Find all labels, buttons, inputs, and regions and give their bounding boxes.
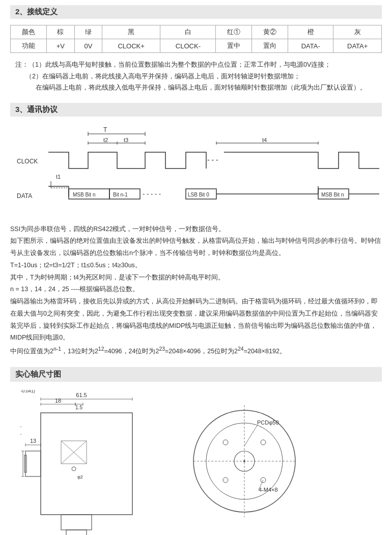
proto-line-4: 其中，T为时钟周期；t4为死区时间，是读下一个数据的时钟高电平时间。: [10, 272, 382, 284]
val-zhizhong: 置中: [216, 39, 252, 53]
svg-text:φ2: φ2: [77, 474, 83, 480]
timing-diagram: CLOCK DATA T t2 t3 t4 t1 - - -: [13, 123, 379, 218]
val-clock-plus: CLOCK+: [102, 39, 160, 53]
svg-text:4-M4×8: 4-M4×8: [259, 487, 278, 493]
note-1: 注：（1）此线与高电平短时接触，当前位置数据输出为整个数据的中点位置；正常工作时…: [15, 59, 382, 71]
svg-point-64: [261, 440, 266, 445]
svg-rect-43: [61, 515, 92, 530]
section2-header: 2、接线定义: [10, 5, 382, 19]
section2-title: 2、接线定义: [15, 7, 58, 17]
svg-text:- - - - -: - - - - -: [143, 190, 161, 198]
proto-line-1: SSI为同步串联信号，四线的RS422模式，一对时钟信号，一对数据信号。: [10, 223, 382, 236]
section3-header: 3、通讯协议: [10, 103, 382, 117]
row-label-func: 功能: [11, 39, 47, 53]
col-white: 白: [160, 25, 216, 39]
svg-text:MSB Bit n: MSB Bit n: [73, 192, 95, 198]
svg-text:1.5: 1.5: [75, 405, 82, 410]
val-zhixiang: 置向: [252, 39, 288, 53]
svg-rect-44: [66, 530, 87, 535]
table-function-row: 功能 +V 0V CLOCK+ CLOCK- 置中 置向 DATA- DATA+: [11, 39, 382, 53]
svg-line-70: [244, 426, 257, 446]
table-header-row: 颜色 棕 绿 黑 白 红① 黄② 橙 灰: [11, 25, 382, 39]
svg-rect-41: [25, 451, 41, 476]
svg-text:LSB Bit 0: LSB Bit 0: [188, 192, 209, 198]
data-label: DATA: [17, 192, 32, 200]
note-2: （2）在编码器上电前，将此线接入高电平并保持，编码器上电后，面对转轴逆时针数据增…: [15, 71, 382, 82]
wiring-table: 颜色 棕 绿 黑 白 红① 黄② 橙 灰 功能 +V 0V CLOCK+ CLO…: [10, 25, 382, 53]
proto-line-5: n = 13，14，24，25 ----根据编码器总位数。: [10, 284, 382, 296]
svg-text:t4: t4: [262, 137, 267, 143]
svg-text:t3: t3: [124, 137, 128, 143]
svg-text:φ30(-0.02: φ30(-0.02: [20, 416, 21, 436]
shaft-title: 实心轴尺寸图: [10, 367, 382, 382]
val-vplus: +V: [46, 39, 74, 53]
proto-line-7: 中间位置值为2n-1，13位时为212=4096，24位时为223=2048×4…: [10, 344, 382, 358]
section3-title: 3、通讯协议: [15, 105, 58, 115]
svg-point-57: [72, 467, 76, 471]
shaft-diagrams: 61.5 18 1.5: [10, 390, 382, 535]
svg-text:~-0.041): ~-0.041): [20, 390, 35, 393]
proto-line-6: 编码器输出为格雷环码，接收后先以异或的方式，从高位开始解码为二进制码。由于格雷码…: [10, 296, 382, 344]
clock-label: CLOCK: [17, 158, 38, 165]
note-3: 在编码器上电前，将此线接入低电平并保持，编码器上电后，面对转轴顺时针数据增加（此…: [15, 82, 382, 94]
protocol-text-block: SSI为同步串联信号，四线的RS422模式，一对时钟信号，一对数据信号。 如下图…: [10, 223, 382, 358]
col-green: 绿: [74, 25, 102, 39]
svg-text:T: T: [103, 126, 107, 133]
col-black: 黑: [102, 25, 160, 39]
proto-line-3: T=1-10us；t2=t3=1/2T；t1≤0.5us；t4≥30us。: [10, 260, 382, 272]
svg-text:t2: t2: [103, 137, 108, 143]
svg-text:PCDφ50: PCDφ50: [257, 419, 279, 426]
col-brown: 棕: [46, 25, 74, 39]
wiring-notes: 注：（1）此线与高电平短时接触，当前位置数据输出为整个数据的中点位置；正常工作时…: [10, 59, 382, 94]
val-data-plus: DATA+: [333, 39, 382, 53]
svg-text:18: 18: [55, 398, 61, 404]
col-red: 红①: [216, 25, 252, 39]
val-clock-minus: CLOCK-: [160, 39, 216, 53]
col-header-color: 颜色: [11, 25, 47, 39]
svg-text:61.5: 61.5: [76, 392, 87, 398]
col-orange: 橙: [288, 25, 333, 39]
svg-text:MSB Bit n: MSB Bit n: [321, 192, 344, 198]
svg-text:t1: t1: [56, 174, 61, 180]
svg-point-65: [223, 477, 228, 483]
front-view-svg: PCDφ50 4-M4×8: [178, 390, 305, 532]
val-0v: 0V: [74, 39, 102, 53]
proto-line-2: 如下图所示，编码器的绝对位置值由主设备发出的时钟信号触发，从格雷码高位开始，输出…: [10, 235, 382, 260]
val-data-minus: DATA-: [288, 39, 333, 53]
col-gray: 灰: [333, 25, 382, 39]
side-view-svg: 61.5 18 1.5: [20, 390, 158, 535]
svg-text:- - -: - - -: [207, 156, 218, 164]
svg-point-63: [223, 440, 228, 445]
svg-text:13: 13: [30, 438, 36, 444]
shaft-section: 实心轴尺寸图 61.5 18 1.5: [10, 367, 382, 535]
col-yellow: 黄②: [252, 25, 288, 39]
svg-text:Bit n-1: Bit n-1: [113, 192, 128, 198]
